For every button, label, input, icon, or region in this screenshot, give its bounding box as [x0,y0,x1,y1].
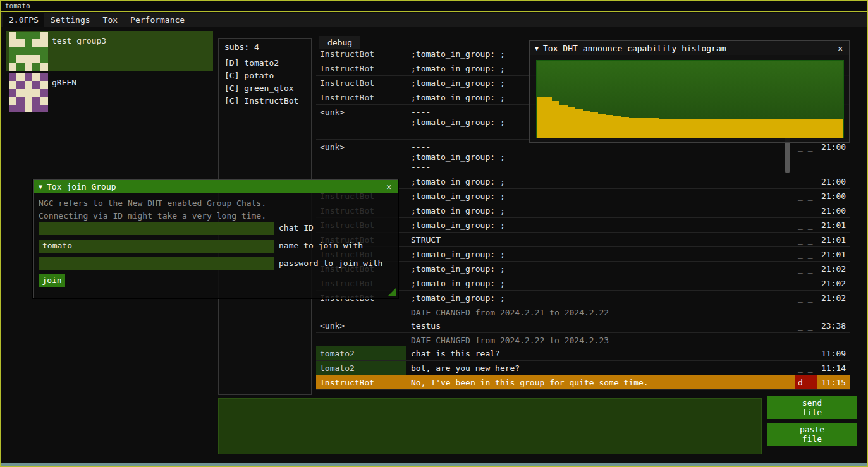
message-status: _ _ [795,291,817,305]
send-file-button[interactable]: send file [767,396,857,419]
sender-name: InstructBot [316,61,406,75]
menu-performance[interactable]: Performance [124,13,191,27]
join-window-titlebar[interactable]: ▼ Tox join Group ✕ [34,180,398,193]
histogram-bar [790,119,797,138]
collapse-icon[interactable]: ▼ [39,183,42,190]
histogram-bar [575,109,583,138]
histogram-bar [759,119,767,138]
group-item-gREEN[interactable]: gREEN [6,73,213,113]
resize-grip[interactable] [388,288,396,296]
histogram-bar [621,117,628,138]
histogram-window-title: Tox DHT announce capability histogram [543,44,726,53]
column-separator [406,51,406,390]
histogram-bar [559,105,567,138]
sender-name: InstructBot [316,76,406,90]
message-text: STRUCT [406,233,795,246]
menu-settings[interactable]: Settings [44,13,97,27]
tab-debug[interactable]: debug [319,36,360,49]
member-item[interactable]: [C] InstructBot [224,95,311,107]
group-avatar [9,73,48,112]
bottom-strip [1,463,867,466]
message-time: 21:00 [817,203,850,217]
histogram-bar [690,119,698,138]
histogram-bar [598,114,606,138]
message-text: ---- ;tomato_in_group: ; ---- [406,140,795,174]
sender-name: tomato2 [316,346,406,360]
join-input-name[interactable]: tomato [39,240,274,253]
message-text: ;tomato_in_group: ; [406,174,795,188]
message-status: _ _ [795,361,817,375]
date-separator-row: DATE CHANGED from 2024.2.22 to 2024.2.23 [316,333,850,346]
histogram-plot[interactable] [536,60,844,138]
join-input-chat-id[interactable] [39,222,274,235]
histogram-bar [590,112,598,138]
subs-header: subs: 4 [224,42,311,52]
date-changed-text: DATE CHANGED from 2024.2.22 to 2024.2.23 [406,333,795,346]
message-time: 21:01 [817,247,850,261]
chat-message-row: tomato2bot, are you new here?_ _11:14 [316,361,850,375]
sender-name: <unk> [316,105,406,139]
menu-tox[interactable]: Tox [97,13,124,27]
join-button[interactable]: join [39,274,65,287]
message-status: _ _ [795,233,817,246]
message-input[interactable] [218,398,762,454]
histogram-bar [805,119,812,138]
titlebar[interactable]: tomato [1,1,867,12]
group-avatar [9,32,48,71]
histogram-bar [637,118,644,138]
join-input-password-label: password to join with [279,258,382,268]
histogram-bar [706,119,713,138]
message-time: 21:02 [817,276,850,290]
message-status: _ _ [795,318,817,332]
date-separator-row: DATE CHANGED from 2024.2.21 to 2024.2.22 [316,305,850,318]
sender-name: InstructBot [316,90,406,104]
group-item-test_group3[interactable]: test_group3 [6,31,213,71]
histogram-bar [836,119,843,138]
message-text: ;tomato_in_group: ; [406,291,795,305]
histogram-bar [728,119,736,138]
message-text: ;tomato_in_group: ; [406,276,795,290]
date-changed-text: DATE CHANGED from 2024.2.21 to 2024.2.22 [406,305,795,318]
histogram-bar [675,119,682,138]
message-time: 21:02 [817,291,850,305]
close-icon[interactable]: ✕ [385,182,393,191]
message-text: ;tomato_in_group: ; [406,262,795,276]
sender-name: <unk> [316,318,406,332]
sender-name: <unk> [316,140,406,174]
join-desc-line1: NGC refers to the New DHT enabled Group … [39,198,266,208]
chat-message-row: <unk>testus_ _23:38 [316,318,850,333]
message-time: 21:01 [817,218,850,232]
paste-file-button[interactable]: paste file [767,423,857,446]
subs-list: [D] tomato2[C] potato[C] green_qtox[C] I… [224,57,311,107]
histogram-bar [782,119,790,138]
message-time: 11:09 [817,346,850,360]
message-status: _ _ [795,247,817,261]
join-window-title: Tox join Group [47,182,116,191]
histogram-bar [752,119,759,138]
group-name: gREEN [52,78,76,87]
collapse-icon[interactable]: ▼ [535,45,539,52]
app-window: tomato 2.0FPS SettingsToxPerformance tes… [0,0,868,467]
message-time: 11:14 [817,361,850,375]
histogram-bar [743,119,751,138]
message-status: _ _ [795,276,817,290]
close-icon[interactable]: ✕ [836,44,844,53]
member-item[interactable]: [C] green_qtox [224,82,311,95]
chat-message-row: tomato2chat is this real?_ _11:09 [316,346,850,361]
histogram-bar [613,116,621,138]
histogram-bar [767,119,774,138]
message-text: testus [406,318,795,332]
member-item[interactable]: [C] potato [224,70,311,82]
join-input-password[interactable] [39,257,274,270]
histogram-bar [813,119,821,138]
message-status: _ _ [795,262,817,276]
message-time: 11:15 [817,375,850,389]
histogram-bar [568,107,575,138]
message-time: 21:02 [817,262,850,276]
message-status: _ _ [795,203,817,217]
message-text: No, I've been in this group for quite so… [406,375,795,389]
message-status: _ _ [795,218,817,232]
window-title: tomato [5,2,30,10]
member-item[interactable]: [D] tomato2 [224,57,311,70]
histogram-window-titlebar[interactable]: ▼ Tox DHT announce capability histogram … [530,41,849,55]
